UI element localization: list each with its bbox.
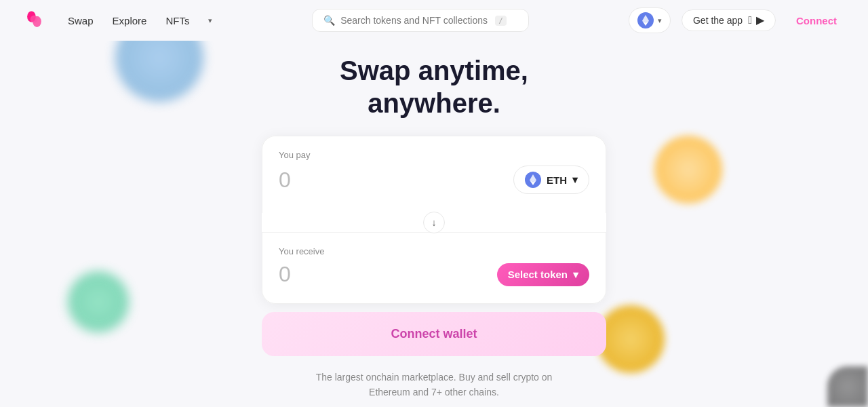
receive-label: You receive — [279, 246, 589, 256]
eth-network-selector[interactable]: ▾ — [629, 7, 671, 33]
pay-token-label: ETH — [547, 174, 567, 186]
receive-token-selector[interactable]: Select token ▾ — [497, 263, 589, 286]
tagline: The largest onchain marketplace. Buy and… — [316, 370, 553, 400]
search-bar[interactable]: 🔍 / — [312, 9, 529, 32]
get-app-label: Get the app — [693, 15, 743, 26]
swap-arrow-wrapper: ↓ — [262, 210, 606, 235]
tagline-line1: The largest onchain marketplace. Buy and… — [316, 372, 553, 383]
pay-eth-icon — [525, 172, 541, 188]
select-token-label: Select token — [508, 269, 568, 280]
nav-link-explore[interactable]: Explore — [113, 15, 147, 26]
logo-icon — [22, 8, 46, 33]
nav-links: Swap Explore NFTs ▾ — [68, 15, 212, 26]
eth-icon — [637, 12, 654, 28]
receive-amount: 0 — [279, 262, 291, 287]
receive-section: You receive 0 Select token ▾ — [262, 232, 606, 304]
get-app-button[interactable]: Get the app  ▶ — [682, 9, 776, 31]
headline-line1: Swap anytime, — [340, 56, 528, 85]
hero-headline: Swap anytime, anywhere. — [340, 54, 528, 119]
connect-wallet-button[interactable]: Connect wallet — [262, 312, 606, 356]
logo[interactable] — [22, 8, 46, 33]
search-icon: 🔍 — [323, 15, 335, 26]
eth-chevron-icon: ▾ — [658, 16, 662, 25]
apple-icon:  — [748, 15, 752, 26]
svg-point-2 — [31, 16, 38, 23]
pay-label: You pay — [279, 150, 589, 160]
receive-row: 0 Select token ▾ — [279, 262, 589, 287]
nav-link-nfts[interactable]: NFTs — [165, 15, 189, 26]
nav-link-swap[interactable]: Swap — [68, 15, 94, 26]
headline-line2: anywhere. — [368, 88, 500, 118]
pay-row: 0 ETH ▾ — [279, 166, 589, 194]
pay-amount: 0 — [279, 168, 291, 193]
swap-card: You pay 0 ETH ▾ ↓ Y — [262, 136, 606, 304]
search-area: 🔍 / — [212, 9, 629, 32]
swap-direction-button[interactable]: ↓ — [423, 212, 445, 233]
main-content: Swap anytime, anywhere. You pay 0 ETH ▾ — [0, 41, 868, 400]
pay-token-selector[interactable]: ETH ▾ — [513, 166, 589, 194]
pay-token-chevron: ▾ — [572, 174, 578, 186]
pay-section: You pay 0 ETH ▾ — [262, 136, 606, 213]
connect-button[interactable]: Connect — [787, 10, 846, 31]
tagline-line2: Ethereum and 7+ other chains. — [369, 387, 499, 398]
nav-right: ▾ Get the app  ▶ Connect — [629, 7, 846, 33]
app-store-icons:  ▶ — [748, 15, 764, 26]
swap-arrow-icon: ↓ — [432, 217, 437, 228]
search-input[interactable] — [340, 15, 490, 26]
navbar: Swap Explore NFTs ▾ 🔍 / ▾ Get the app  — [0, 0, 868, 41]
play-store-icon: ▶ — [756, 15, 764, 26]
search-slash-badge: / — [495, 16, 507, 26]
select-token-chevron: ▾ — [573, 269, 578, 281]
